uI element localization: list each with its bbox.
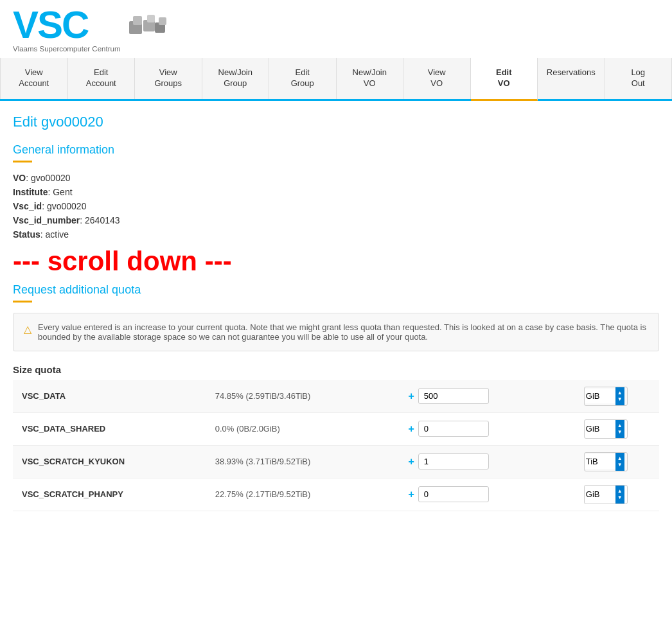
quota-row-usage: 0.0% (0B/2.0GiB) <box>206 412 400 445</box>
nav-view-groups[interactable]: ViewGroups <box>135 58 202 99</box>
unit-arrow-down-vsc-scratch-kyukon[interactable]: ▼ <box>617 462 623 468</box>
quota-row-name: VSC_SCRATCH_PHANPY <box>13 478 206 511</box>
quota-row-name: VSC_DATA <box>13 380 206 413</box>
nav-view-account[interactable]: ViewAccount <box>0 58 68 99</box>
vsc-id-number-label: Vsc_id_number <box>13 215 80 225</box>
quota-unit-select-vsc-scratch-phanpy[interactable]: GiB TiB MiB <box>585 487 615 502</box>
quota-table-row: VSC_DATA_SHARED 0.0% (0B/2.0GiB) + GiB T… <box>13 412 659 445</box>
unit-arrow-down-vsc-data-shared[interactable]: ▼ <box>617 429 623 435</box>
logo-header: VSC Vlaams Supercomputer Centrum <box>0 0 672 58</box>
unit-arrows-vsc-scratch-phanpy[interactable]: ▲ ▼ <box>615 486 624 504</box>
quota-input-vsc-scratch-kyukon[interactable] <box>418 453 489 469</box>
unit-arrows-vsc-data-shared[interactable]: ▲ ▼ <box>615 420 624 438</box>
general-info-section-title: General information <box>13 143 659 157</box>
quota-row-usage: 22.75% (2.17TiB/9.52TiB) <box>206 478 400 511</box>
nav-log-out[interactable]: LogOut <box>605 58 673 99</box>
quota-section-underline <box>13 301 32 303</box>
quota-row-unit-cell: GiB TiB MiB ▲ ▼ <box>575 478 659 511</box>
quota-row-unit-cell: GiB TiB MiB ▲ ▼ <box>575 412 659 445</box>
unit-arrow-down-vsc-data[interactable]: ▼ <box>617 396 623 403</box>
logo-vsc-text: VSC <box>13 8 120 42</box>
quota-unit-select-vsc-data-shared[interactable]: GiB TiB MiB <box>585 421 615 436</box>
quota-row-input-cell: + <box>399 380 574 413</box>
vo-label: VO <box>13 173 26 183</box>
quota-row-input-cell: + <box>399 412 574 445</box>
plus-sign-0: + <box>408 390 414 402</box>
vsc-id-label: Vsc_id <box>13 201 42 211</box>
unit-arrow-down-vsc-scratch-phanpy[interactable]: ▼ <box>617 495 623 501</box>
nav-new-join-group[interactable]: New/JoinGroup <box>202 58 270 99</box>
general-info-underline <box>13 161 32 162</box>
quota-input-vsc-data[interactable] <box>418 388 489 404</box>
plus-sign-2: + <box>408 456 414 468</box>
vsc-id-number-row: Vsc_id_number: 2640143 <box>13 215 659 225</box>
plus-sign-1: + <box>408 423 414 435</box>
vsc-id-row: Vsc_id: gvo00020 <box>13 201 659 211</box>
quota-input-vsc-scratch-phanpy[interactable] <box>418 486 489 502</box>
quota-row-input-cell: + <box>399 445 574 478</box>
nav-view-vo[interactable]: ViewVO <box>403 58 471 99</box>
vsc-id-number-value: 2640143 <box>85 215 120 225</box>
quota-row-usage: 38.93% (3.71TiB/9.52TiB) <box>206 445 400 478</box>
warning-icon: △ <box>24 323 31 335</box>
warning-text: Every value entered is an increase to yo… <box>38 322 648 342</box>
vo-row: VO: gvo00020 <box>13 173 659 183</box>
status-label: Status <box>13 229 40 240</box>
main-nav: ViewAccount EditAccount ViewGroups New/J… <box>0 58 672 101</box>
page-title: Edit gvo00020 <box>13 114 659 130</box>
logo-tagline: Vlaams Supercomputer Centrum <box>13 45 120 53</box>
nav-edit-group[interactable]: EditGroup <box>269 58 337 99</box>
quota-row-unit-cell: GiB TiB MiB ▲ ▼ <box>575 380 659 413</box>
quota-table-row: VSC_DATA 74.85% (2.59TiB/3.46TiB) + GiB … <box>13 380 659 413</box>
quota-row-name: VSC_DATA_SHARED <box>13 412 206 445</box>
nav-new-join-vo[interactable]: New/JoinVO <box>337 58 404 99</box>
institute-label: Institute <box>13 187 48 197</box>
unit-arrows-vsc-data[interactable]: ▲ ▼ <box>615 387 624 405</box>
unit-arrow-up-vsc-data-shared[interactable]: ▲ <box>617 423 623 429</box>
quota-row-name: VSC_SCRATCH_KYUKON <box>13 445 206 478</box>
quota-row-input-cell: + <box>399 478 574 511</box>
quota-section-title: Request additional quota <box>13 283 659 297</box>
unit-arrows-vsc-scratch-kyukon[interactable]: ▲ ▼ <box>615 453 624 471</box>
quota-row-unit-cell: GiB TiB MiB ▲ ▼ <box>575 445 659 478</box>
quota-row-usage: 74.85% (2.59TiB/3.46TiB) <box>206 380 400 413</box>
nav-edit-account[interactable]: EditAccount <box>68 58 136 99</box>
quota-unit-select-vsc-scratch-kyukon[interactable]: GiB TiB MiB <box>585 454 615 469</box>
plus-sign-3: + <box>408 489 414 500</box>
quota-table-row: VSC_SCRATCH_KYUKON 38.93% (3.71TiB/9.52T… <box>13 445 659 478</box>
size-quota-label: Size quota <box>13 364 659 375</box>
nav-edit-vo[interactable]: EditVO <box>471 58 538 101</box>
status-row: Status: active <box>13 229 659 240</box>
institute-row: Institute: Gent <box>13 187 659 197</box>
vo-value: gvo00020 <box>31 173 71 183</box>
unit-arrow-up-vsc-data[interactable]: ▲ <box>617 390 623 396</box>
unit-arrow-up-vsc-scratch-phanpy[interactable]: ▲ <box>617 488 623 495</box>
unit-arrow-up-vsc-scratch-kyukon[interactable]: ▲ <box>617 455 623 462</box>
institute-value: Gent <box>53 187 72 197</box>
quota-unit-select-vsc-data[interactable]: GiB TiB MiB <box>585 389 615 403</box>
vsc-id-value: gvo00020 <box>47 201 87 211</box>
scroll-notice: --- scroll down --- <box>13 246 659 277</box>
nav-reservations[interactable]: Reservations <box>538 58 605 99</box>
quota-table-row: VSC_SCRATCH_PHANPY 22.75% (2.17TiB/9.52T… <box>13 478 659 511</box>
logo-icon-cluster <box>129 16 168 44</box>
quota-table: VSC_DATA 74.85% (2.59TiB/3.46TiB) + GiB … <box>13 380 659 511</box>
status-value: active <box>46 229 69 240</box>
warning-box: △ Every value entered is an increase to … <box>13 313 659 351</box>
quota-input-vsc-data-shared[interactable] <box>418 421 489 437</box>
page-content: Edit gvo00020 General information VO: gv… <box>0 101 672 524</box>
